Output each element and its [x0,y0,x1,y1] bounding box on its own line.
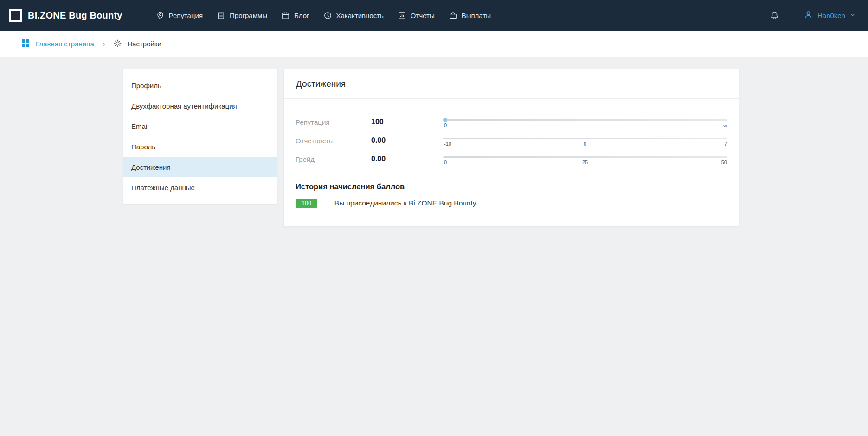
scale-mid-label: 0 [584,141,586,147]
scale-max-label: 50 [721,160,727,165]
scale-max-label: 7 [724,141,727,147]
history-section-title: История начисления баллов [296,182,727,191]
menu-item-label: Пароль [131,143,155,151]
menu-item-label: Профиль [131,82,161,90]
breadcrumb-separator: › [103,40,105,48]
scale-marker-dot [443,118,447,122]
reputation-scale: 0 ∞ [443,113,727,131]
metric-label: Грейд [296,155,371,163]
breadcrumb: Главная страница › Настройки [0,31,868,57]
history-item: 100 Вы присоединились к Bi.ZONE Bug Boun… [296,199,727,214]
scale-min-label: -10 [444,141,451,147]
scale-max-label: ∞ [723,122,727,128]
breadcrumb-current-label: Настройки [127,40,161,48]
nav-item-label: Репутация [169,12,203,19]
panel-title: Достижения [296,79,346,89]
blog-icon [281,11,290,20]
menu-item-label: Двухфакторная аутентификация [131,102,237,110]
menu-item-email[interactable]: Email [123,116,277,136]
menu-item-achievements[interactable]: Достижения [123,157,277,177]
scale-track [443,156,727,158]
main-nav: Репутация Программы Блог Хакактивность О… [156,11,491,20]
metric-value: 100 [371,118,443,126]
scale-min-label: 0 [444,160,447,165]
reputation-icon [156,11,165,20]
brand-home-link[interactable]: BI.ZONE Bug Bounty [9,9,122,22]
menu-item-label: Email [131,122,149,130]
nav-item-label: Программы [230,12,267,19]
metric-label: Отчетность [296,137,371,145]
menu-item-2fa[interactable]: Двухфакторная аутентификация [123,96,277,116]
nav-item-hackactivity[interactable]: Хакактивность [323,11,384,20]
gear-icon [113,39,122,49]
chevron-down-icon [849,12,856,20]
menu-item-password[interactable]: Пароль [123,136,277,157]
nav-item-label: Блог [294,12,309,19]
notifications-bell-icon[interactable] [770,11,779,20]
metric-row-reporting: Отчетность 0.00 -10 0 7 [296,131,727,150]
reports-icon [398,11,406,20]
username: Han0ken [817,12,845,19]
nav-item-reports[interactable]: Отчеты [398,11,435,20]
nav-item-label: Хакактивность [336,12,384,19]
payouts-icon [449,11,457,20]
scale-mid-label: 25 [582,160,588,165]
grade-scale: 0 25 50 [443,150,727,168]
nav-item-programs[interactable]: Программы [217,11,267,20]
user-icon [804,10,813,21]
programs-icon [217,11,225,20]
breadcrumb-home-label: Главная страница [36,40,94,48]
metric-row-reputation: Репутация 100 0 ∞ [296,113,727,131]
settings-menu: Профиль Двухфакторная аутентификация Ema… [123,69,277,204]
topbar: BI.ZONE Bug Bounty Репутация Программы Б… [0,0,868,31]
home-grid-icon [21,38,30,49]
breadcrumb-home-link[interactable]: Главная страница [21,38,94,49]
menu-item-label: Достижения [131,163,171,171]
nav-item-payouts[interactable]: Выплаты [449,11,491,20]
nav-item-label: Выплаты [462,12,491,19]
main-content: Профиль Двухфакторная аутентификация Ema… [0,57,868,436]
bizone-logo-icon [9,9,22,22]
scale-track [443,138,727,139]
achievements-header: Достижения [284,69,739,99]
hackactivity-icon [323,11,332,20]
points-badge: 100 [296,199,317,208]
breadcrumb-current: Настройки [113,39,161,49]
brand-title: BI.ZONE Bug Bounty [28,10,122,21]
achievements-panel: Достижения Репутация 100 0 ∞ Отчетность … [283,69,739,227]
menu-item-payment-data[interactable]: Платежные данные [123,177,277,198]
metrics-list: Репутация 100 0 ∞ Отчетность 0.00 -10 0 … [284,99,739,168]
topbar-right: Han0ken [770,10,856,21]
nav-item-label: Отчеты [411,12,435,19]
scale-track [443,119,727,121]
reporting-scale: -10 0 7 [443,131,727,150]
menu-item-profile[interactable]: Профиль [123,75,277,96]
history-item-text: Вы присоединились к Bi.ZONE Bug Bounty [334,199,476,207]
metric-value: 0.00 [371,155,443,163]
menu-item-label: Платежные данные [131,184,195,192]
metric-label: Репутация [296,118,371,126]
scale-min-label: 0 [444,122,447,128]
metric-value: 0.00 [371,136,443,145]
metric-row-grade: Грейд 0.00 0 25 50 [296,150,727,168]
user-menu[interactable]: Han0ken [804,10,856,21]
nav-item-reputation[interactable]: Репутация [156,11,203,20]
nav-item-blog[interactable]: Блог [281,11,309,20]
